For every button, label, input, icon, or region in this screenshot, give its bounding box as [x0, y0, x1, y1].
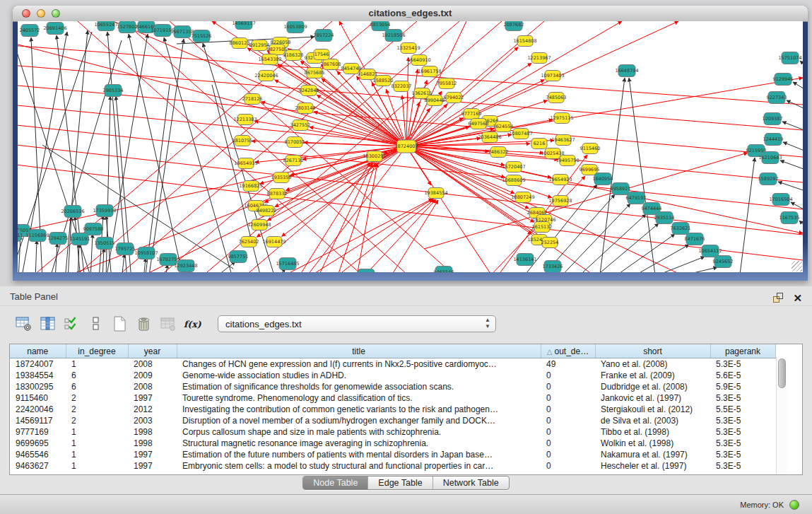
column-header-pagerank[interactable]: pagerank: [710, 344, 775, 358]
graph-edge[interactable]: [148, 39, 184, 272]
graph-node[interactable]: 1615132: [532, 222, 553, 233]
graph-node[interactable]: 2803144: [295, 103, 316, 114]
graph-node[interactable]: 12923448: [174, 260, 197, 272]
graph-edge[interactable]: [18, 45, 803, 105]
table-settings-icon[interactable]: [14, 315, 33, 333]
graph-node[interactable]: 12213383: [233, 115, 257, 125]
graph-node[interactable]: 8498222: [257, 206, 277, 216]
graph-edge[interactable]: [778, 182, 803, 193]
graph-node[interactable]: 6497568: [469, 119, 489, 129]
graph-node[interactable]: 7955812: [437, 78, 457, 89]
graph-edge[interactable]: [782, 122, 803, 133]
table-cell[interactable]: Stergiakouli et al. (2012): [595, 404, 710, 415]
graph-edge[interactable]: [107, 32, 127, 272]
column-header-year[interactable]: year: [128, 344, 177, 358]
table-scrollbar[interactable]: [776, 357, 787, 474]
graph-edge[interactable]: [793, 82, 803, 93]
graph-node[interactable]: 18807249: [511, 192, 534, 203]
graph-node[interactable]: 8267130: [283, 156, 304, 166]
tab-network-table[interactable]: Network Table: [433, 477, 509, 489]
table-cell[interactable]: Disruption of a novel member of a sodium…: [177, 415, 541, 426]
table-cell[interactable]: 9115460: [10, 392, 66, 404]
table-cell[interactable]: 1997: [128, 460, 177, 472]
graph-node[interactable]: 16648794: [615, 65, 638, 77]
graph-edge[interactable]: [35, 240, 37, 272]
graph-node[interactable]: 22420046: [254, 71, 278, 81]
table-cell[interactable]: 0: [541, 426, 595, 438]
close-panel-icon[interactable]: ✕: [793, 288, 802, 308]
delete-table-icon[interactable]: [134, 315, 153, 333]
graph-node[interactable]: 1588520: [373, 76, 394, 86]
graph-node[interactable]: 19218506: [382, 30, 405, 42]
graph-node[interactable]: 1527802: [117, 21, 138, 33]
table-row[interactable]: 946554611997Estimation of the future num…: [10, 449, 775, 460]
table-cell[interactable]: 1998: [128, 426, 177, 438]
graph-edge[interactable]: [332, 199, 435, 272]
table-cell[interactable]: 2003: [128, 415, 177, 426]
row-height-icon[interactable]: [86, 315, 105, 333]
graph-node[interactable]: 19756928: [548, 196, 572, 206]
table-cell[interactable]: 0: [541, 404, 595, 415]
graph-node[interactable]: 1167535: [779, 212, 800, 224]
table-cell[interactable]: de Silva et al. (2003): [595, 415, 710, 426]
graph-node[interactable]: 7515526: [192, 30, 212, 42]
graph-edge[interactable]: [610, 234, 675, 272]
resize-grip-icon[interactable]: [792, 261, 802, 271]
graph-node[interactable]: 10973403: [541, 71, 564, 81]
graph-edge[interactable]: [360, 199, 436, 272]
column-header-name[interactable]: name: [10, 344, 66, 358]
table-select-dropdown[interactable]: citations_edges.txt ▲▼: [218, 315, 496, 332]
table-row[interactable]: 946362711997Embryonic stem cells: a mode…: [10, 460, 775, 472]
graph-node[interactable]: 17546: [314, 49, 329, 60]
graph-node[interactable]: 12609948: [247, 220, 271, 230]
table-cell[interactable]: 1998: [128, 438, 177, 449]
graph-node[interactable]: 6794022: [444, 93, 464, 103]
graph-node[interactable]: 7632621: [671, 223, 691, 235]
table-row[interactable]: 977716911998Corpus callosum shape and si…: [10, 426, 775, 438]
table-cell[interactable]: 1: [66, 449, 128, 460]
table-cell[interactable]: 5.9E-5: [710, 381, 775, 392]
graph-node[interactable]: 1350515: [95, 238, 115, 250]
graph-node[interactable]: 1640954: [593, 173, 613, 185]
graph-node[interactable]: 7486322: [488, 147, 509, 158]
table-cell[interactable]: 2009: [128, 370, 177, 381]
column-header-short[interactable]: short: [595, 344, 710, 358]
table-cell[interactable]: Structural magnetic resonance image aver…: [177, 438, 541, 449]
graph-node[interactable]: 16210643: [758, 152, 782, 164]
graph-node[interactable]: 9827505: [267, 45, 288, 55]
graph-edge[interactable]: [122, 254, 124, 272]
graph-node[interactable]: 10654112: [698, 245, 722, 257]
graph-node[interactable]: 10958107: [134, 247, 158, 259]
graph-node[interactable]: 15751074: [778, 52, 801, 64]
graph-edge[interactable]: [592, 223, 659, 272]
graph-edge[interactable]: [145, 85, 170, 272]
graph-edge[interactable]: [212, 262, 235, 272]
table-cell[interactable]: 1: [66, 358, 128, 370]
graph-node[interactable]: 9242848: [299, 86, 319, 96]
graph-node[interactable]: 9465546: [434, 267, 454, 273]
table-cell[interactable]: 2008: [128, 358, 177, 370]
table-cell[interactable]: Corpus callosum shape and size in male p…: [177, 426, 541, 438]
table-cell[interactable]: 22420046: [10, 404, 66, 415]
table-cell[interactable]: 19384554: [10, 370, 66, 381]
graph-node[interactable]: 14569117: [232, 21, 255, 30]
table-cell[interactable]: 2012: [128, 404, 177, 415]
table-row[interactable]: 1830029562008Estimation of significance …: [10, 381, 775, 392]
table-cell[interactable]: 5.3E-5: [710, 438, 775, 449]
graph-node[interactable]: 3427552: [290, 120, 311, 131]
graph-node[interactable]: 10655247: [94, 21, 117, 31]
graph-node[interactable]: 8454749: [341, 64, 362, 74]
graph-node[interactable]: 1145191: [70, 233, 90, 245]
graph-node[interactable]: 16640910: [407, 55, 430, 66]
graph-edge[interactable]: [143, 258, 146, 272]
table-row[interactable]: 1938455462009Genome-wide association stu…: [10, 370, 775, 381]
graph-edge[interactable]: [18, 124, 803, 209]
table-cell[interactable]: 18724007: [10, 358, 66, 370]
table-cell[interactable]: Estimation of significance thresholds fo…: [177, 381, 541, 392]
graph-edge[interactable]: [129, 34, 184, 272]
graph-node[interactable]: 6216: [531, 139, 547, 149]
graph-node[interactable]: 8912954: [249, 40, 270, 51]
table-row[interactable]: 1872400712008Changes of HCN gene express…: [10, 358, 775, 370]
import-table-icon[interactable]: [158, 315, 177, 333]
table-cell[interactable]: 0: [541, 392, 595, 404]
